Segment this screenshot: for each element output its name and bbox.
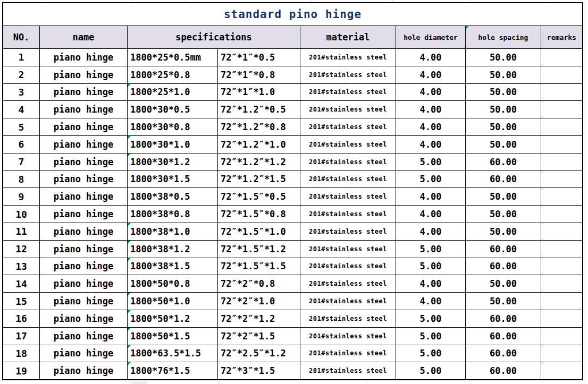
spec-inch-cell[interactable]: 72″*1.2″*0.8 [218,118,300,135]
name-cell[interactable]: piano hinge [40,66,128,83]
hole-spacing-cell[interactable]: 60.00 [466,328,541,345]
hole-diameter-cell[interactable]: 4.00 [396,101,466,118]
remarks-cell[interactable] [541,84,582,101]
name-cell[interactable]: piano hinge [40,136,128,153]
hole-spacing-cell[interactable]: 60.00 [466,171,541,188]
row-number-cell[interactable]: 5 [3,118,40,135]
material-cell[interactable]: 201#stainless steel [300,328,396,345]
remarks-cell[interactable] [541,275,582,292]
name-cell[interactable]: piano hinge [40,223,128,240]
row-number-cell[interactable]: 4 [3,101,40,118]
row-number-cell[interactable]: 15 [3,293,40,310]
spec-inch-cell[interactable]: 72″*3″*1.5 [218,362,300,379]
hole-spacing-cell[interactable]: 50.00 [466,206,541,223]
spec-metric-cell[interactable]: 1800*76*1.5 [128,362,218,379]
header-specifications[interactable]: specifications [128,26,300,48]
material-cell[interactable]: 201#stainless steel [300,171,396,188]
hole-spacing-cell[interactable]: 50.00 [466,293,541,310]
remarks-cell[interactable] [541,101,582,118]
hole-diameter-cell[interactable]: 4.00 [396,275,466,292]
hole-diameter-cell[interactable]: 4.00 [396,136,466,153]
hole-spacing-cell[interactable]: 50.00 [466,84,541,101]
spec-metric-cell[interactable]: 1800*50*0.8 [128,275,218,292]
name-cell[interactable]: piano hinge [40,118,128,135]
remarks-cell[interactable] [541,188,582,205]
spec-metric-cell[interactable]: 1800*50*1.2 [128,310,218,327]
spec-metric-cell[interactable]: 1800*30*1.0 [128,136,218,153]
hole-diameter-cell[interactable]: 5.00 [396,328,466,345]
spec-metric-cell[interactable]: 1800*38*1.5 [128,258,218,275]
row-number-cell[interactable]: 7 [3,153,40,170]
material-cell[interactable]: 201#stainless steel [300,310,396,327]
hole-spacing-cell[interactable]: 50.00 [466,118,541,135]
remarks-cell[interactable] [541,258,582,275]
header-remarks[interactable]: remarks [541,26,582,48]
spec-inch-cell[interactable]: 72″*1.2″*1.0 [218,136,300,153]
header-hole-diameter[interactable]: hole diameter [396,26,466,48]
material-cell[interactable]: 201#stainless steel [300,258,396,275]
spec-inch-cell[interactable]: 72″*1.5″*1.5 [218,258,300,275]
hole-diameter-cell[interactable]: 4.00 [396,66,466,83]
remarks-cell[interactable] [541,328,582,345]
name-cell[interactable]: piano hinge [40,345,128,362]
hole-diameter-cell[interactable]: 4.00 [396,84,466,101]
name-cell[interactable]: piano hinge [40,84,128,101]
remarks-cell[interactable] [541,66,582,83]
header-hole-spacing[interactable]: hole spacing [466,26,541,48]
spec-inch-cell[interactable]: 72″*1.2″*1.2 [218,153,300,170]
hole-diameter-cell[interactable]: 4.00 [396,118,466,135]
spec-metric-cell[interactable]: 1800*50*1.0 [128,293,218,310]
spec-metric-cell[interactable]: 1800*25*0.8 [128,66,218,83]
row-number-cell[interactable]: 2 [3,66,40,83]
hole-diameter-cell[interactable]: 5.00 [396,258,466,275]
material-cell[interactable]: 201#stainless steel [300,293,396,310]
name-cell[interactable]: piano hinge [40,362,128,379]
material-cell[interactable]: 201#stainless steel [300,362,396,379]
remarks-cell[interactable] [541,171,582,188]
hole-spacing-cell[interactable]: 60.00 [466,310,541,327]
spec-metric-cell[interactable]: 1800*38*1.0 [128,223,218,240]
name-cell[interactable]: piano hinge [40,328,128,345]
hole-spacing-cell[interactable]: 50.00 [466,136,541,153]
spec-inch-cell[interactable]: 72″*1.2″*0.5 [218,101,300,118]
hole-spacing-cell[interactable]: 50.00 [466,188,541,205]
remarks-cell[interactable] [541,49,582,66]
name-cell[interactable]: piano hinge [40,258,128,275]
remarks-cell[interactable] [541,293,582,310]
spec-inch-cell[interactable]: 72″*2″*1.0 [218,293,300,310]
spec-inch-cell[interactable]: 72″*1.5″*1.0 [218,223,300,240]
material-cell[interactable]: 201#stainless steel [300,153,396,170]
spec-metric-cell[interactable]: 1800*38*0.5 [128,188,218,205]
row-number-cell[interactable]: 13 [3,258,40,275]
row-number-cell[interactable]: 8 [3,171,40,188]
hole-spacing-cell[interactable]: 60.00 [466,362,541,379]
remarks-cell[interactable] [541,118,582,135]
material-cell[interactable]: 201#stainless steel [300,188,396,205]
remarks-cell[interactable] [541,241,582,258]
spec-metric-cell[interactable]: 1800*25*0.5mm [128,49,218,66]
remarks-cell[interactable] [541,223,582,240]
header-no[interactable]: NO. [3,26,40,48]
hole-spacing-cell[interactable]: 50.00 [466,49,541,66]
hole-diameter-cell[interactable]: 4.00 [396,49,466,66]
spec-inch-cell[interactable]: 72″*2″*1.5 [218,328,300,345]
hole-diameter-cell[interactable]: 5.00 [396,345,466,362]
hole-spacing-cell[interactable]: 60.00 [466,258,541,275]
material-cell[interactable]: 201#stainless steel [300,84,396,101]
row-number-cell[interactable]: 6 [3,136,40,153]
spec-metric-cell[interactable]: 1800*30*1.2 [128,153,218,170]
spec-metric-cell[interactable]: 1800*30*0.8 [128,118,218,135]
hole-spacing-cell[interactable]: 50.00 [466,101,541,118]
spec-inch-cell[interactable]: 72″*1.2″*1.5 [218,171,300,188]
spec-metric-cell[interactable]: 1800*63.5*1.5 [128,345,218,362]
name-cell[interactable]: piano hinge [40,275,128,292]
hole-diameter-cell[interactable]: 4.00 [396,188,466,205]
row-number-cell[interactable]: 19 [3,362,40,379]
hole-diameter-cell[interactable]: 4.00 [396,206,466,223]
material-cell[interactable]: 201#stainless steel [300,345,396,362]
row-number-cell[interactable]: 10 [3,206,40,223]
name-cell[interactable]: piano hinge [40,206,128,223]
hole-diameter-cell[interactable]: 5.00 [396,241,466,258]
name-cell[interactable]: piano hinge [40,153,128,170]
name-cell[interactable]: piano hinge [40,49,128,66]
